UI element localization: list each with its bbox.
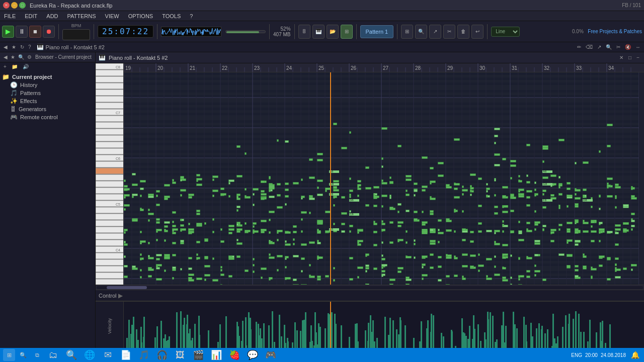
snap-button[interactable]: ⊞ xyxy=(401,25,413,39)
pr-minimize[interactable]: − xyxy=(635,55,641,60)
sidebar-item-remote-control[interactable]: 🎮 Remote control xyxy=(0,113,95,121)
separator-3 xyxy=(157,24,157,39)
window-controls[interactable]: ✕ − □ xyxy=(3,2,26,9)
sidebar-search[interactable]: 🔍 xyxy=(17,54,26,60)
measure-ruler xyxy=(124,63,644,72)
sidebar: ◀ ★ 🔍 ⚙ Browser - Current project + 📁 🔊 … xyxy=(0,52,96,351)
sidebar-item-patterns[interactable]: 🎵 Patterns xyxy=(0,89,95,97)
select-button[interactable]: ↗ xyxy=(429,25,441,39)
play-button[interactable]: ▶ xyxy=(2,26,14,38)
taskbar-app-video[interactable]: 🎬 xyxy=(190,348,206,361)
select-tool[interactable]: ↗ xyxy=(596,44,603,50)
refresh-btn[interactable]: ↻ xyxy=(19,44,26,50)
menu-edit[interactable]: EDIT xyxy=(23,13,39,19)
piano-roll-button[interactable]: 🎹 xyxy=(312,25,325,39)
bpm-input[interactable]: 90.000 xyxy=(62,29,90,40)
pencil-tool[interactable]: ✏ xyxy=(576,44,583,50)
notes-area[interactable] xyxy=(124,72,644,285)
taskbar-app-email[interactable]: ✉ xyxy=(100,348,116,361)
sidebar-item-current-project[interactable]: 📁 Current project xyxy=(0,73,95,81)
stop-button[interactable]: ■ xyxy=(29,26,41,38)
taskbar-right: ENG 20:00 24.08.2018 🔔 xyxy=(571,349,641,361)
close-button[interactable]: ✕ xyxy=(3,2,10,9)
zoom-tool[interactable]: 🔍 xyxy=(604,44,613,50)
sidebar-folder[interactable]: 📁 xyxy=(10,64,19,69)
control-expand[interactable]: ▶ xyxy=(118,292,123,299)
sidebar-item-history[interactable]: 🕒 History xyxy=(0,81,95,89)
menu-patterns[interactable]: PATTERNS xyxy=(65,13,98,19)
taskbar-app-explorer[interactable]: 🗂 xyxy=(45,348,61,361)
pr-close[interactable]: ✕ xyxy=(618,55,625,60)
menu-view[interactable]: VIEW xyxy=(103,13,121,19)
taskbar: ⊞ 🔍 ⧉ 🗂 🔍 🌐 ✉ 📄 🎵 🎧 🖼 🎬 📊 🍓 💬 🎮 ENG 20:0… xyxy=(0,348,644,362)
titlebar: ✕ − □ Eureka Ra - Repack and crack.flp F… xyxy=(0,0,644,11)
horizontal-scrollbar[interactable] xyxy=(96,285,644,290)
taskbar-app-browser[interactable]: 🌐 xyxy=(82,348,98,361)
taskbar-app-search[interactable]: 🔍 xyxy=(63,348,79,361)
taskbar-app-audio[interactable]: 🎧 xyxy=(154,348,170,361)
sidebar-item-generators[interactable]: 🎛 Generators xyxy=(0,105,95,113)
mixer-button[interactable]: 🎚 xyxy=(298,25,310,39)
sidebar-bookmark[interactable]: ★ xyxy=(9,54,17,60)
zoom-button[interactable]: 🔍 xyxy=(415,25,427,39)
sidebar-back[interactable]: ◀ xyxy=(2,54,9,60)
line-selector[interactable]: Line Curve Hold xyxy=(491,27,520,37)
bookmark-btn[interactable]: ★ xyxy=(10,44,18,50)
volume-fill xyxy=(226,31,259,33)
sidebar-speaker[interactable]: 🔊 xyxy=(21,64,30,69)
taskbar-app-excel[interactable]: 📊 xyxy=(208,348,224,361)
velocity-graph[interactable] xyxy=(124,302,644,351)
grid-area[interactable] xyxy=(124,63,644,285)
folder-icon: 📁 xyxy=(2,73,10,80)
mute-tool[interactable]: 🔇 xyxy=(623,44,632,50)
taskbar-app-fruity[interactable]: 🍓 xyxy=(226,348,243,361)
menubar: FILE EDIT ADD PATTERNS VIEW OPTIONS TOOL… xyxy=(0,11,644,21)
pr-tools: ✏ ⌫ ↗ 🔍 ✂ 🔇 ↔ xyxy=(576,44,642,50)
minimize-button[interactable]: − xyxy=(11,2,18,9)
undo-button[interactable]: ↩ xyxy=(471,25,484,39)
current-project-label: Current project xyxy=(12,74,52,80)
scroll-thumb[interactable] xyxy=(107,286,147,289)
delete-button[interactable]: 🗑 xyxy=(457,25,469,39)
menu-options[interactable]: OPTIONS xyxy=(126,13,155,19)
menu-tools[interactable]: TOOLS xyxy=(160,13,183,19)
pr-path: Piano roll - Kontakt 5 #2 xyxy=(46,44,105,50)
patterns-label: Patterns xyxy=(20,90,41,96)
slide-tool[interactable]: ↔ xyxy=(634,44,642,50)
eraser-tool[interactable]: ⌫ xyxy=(584,44,594,50)
menu-add[interactable]: ADD xyxy=(44,13,60,19)
generators-label: Generators xyxy=(19,106,46,112)
notification-icon[interactable]: 🔔 xyxy=(629,349,641,361)
record-button[interactable]: ⏺ xyxy=(43,26,55,38)
start-button[interactable]: ⊞ xyxy=(3,349,15,361)
help-btn[interactable]: ? xyxy=(27,44,33,50)
taskbar-app-music[interactable]: 🎵 xyxy=(136,348,152,361)
taskbar-app-photoshop[interactable]: 🖼 xyxy=(172,348,188,361)
nav-back[interactable]: ◀ xyxy=(2,44,9,50)
pr-maximize[interactable]: □ xyxy=(627,55,633,60)
maximize-button[interactable]: □ xyxy=(19,2,26,9)
sidebar-config[interactable]: ⚙ xyxy=(26,54,33,60)
pattern-selector[interactable]: Pattern 1 xyxy=(360,25,394,38)
sidebar-item-effects[interactable]: ✨ Effects xyxy=(0,97,95,105)
ram-display: 407 MB xyxy=(273,32,290,37)
taskbar-app-discord[interactable]: 💬 xyxy=(245,348,261,361)
pause-button[interactable]: ⏸ xyxy=(16,26,28,38)
taskbar-search[interactable]: 🔍 xyxy=(17,349,29,361)
velocity-area: Velocity xyxy=(96,301,644,351)
browser-button[interactable]: 📂 xyxy=(327,25,339,39)
cut-button[interactable]: ✂ xyxy=(443,25,455,39)
taskbar-taskview[interactable]: ⧉ xyxy=(31,349,43,361)
cut-tool[interactable]: ✂ xyxy=(615,44,622,50)
piano-keys[interactable] xyxy=(96,63,124,285)
taskbar-app-word[interactable]: 📄 xyxy=(118,348,134,361)
menu-help[interactable]: ? xyxy=(188,13,195,19)
taskbar-lang: ENG xyxy=(571,352,582,358)
taskbar-app-extra[interactable]: 🎮 xyxy=(263,348,279,361)
menu-file[interactable]: FILE xyxy=(2,13,18,19)
separator-1 xyxy=(58,24,59,39)
titlebar-right: FB / 101 xyxy=(622,3,641,8)
channel-rack-button[interactable]: ⊞ xyxy=(341,25,353,39)
volume-track[interactable] xyxy=(225,30,266,33)
sidebar-add[interactable]: + xyxy=(2,64,8,69)
